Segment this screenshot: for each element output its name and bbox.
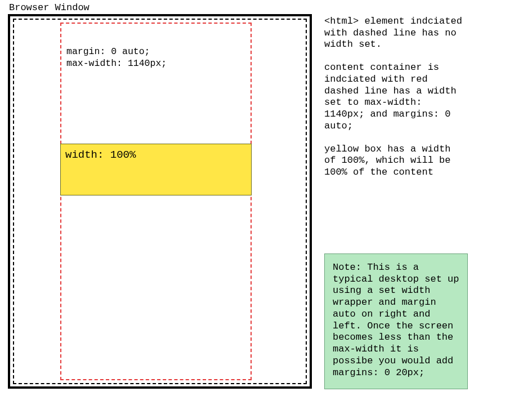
explanation-paragraph-3: yellow box has a width of 100%, which wi… [324,144,468,179]
note-text: Note: This is a typical desktop set up u… [333,262,459,379]
note-box: Note: This is a typical desktop set up u… [324,253,468,389]
content-container-dashed: margin: 0 auto; max-width: 1140px; width… [60,23,252,380]
css-line-1: margin: 0 auto; [66,46,150,57]
browser-window: margin: 0 auto; max-width: 1140px; width… [8,14,312,389]
browser-window-title: Browser Window [9,2,312,13]
explanation-paragraph-2: content container is indciated with red … [324,62,468,132]
yellow-box-label: width: 100% [65,149,247,161]
explanation-text: <html> element indciated with dashed lin… [324,16,468,190]
css-line-2: max-width: 1140px; [66,58,167,69]
diagram-area: Browser Window margin: 0 auto; max-width… [8,2,312,389]
container-css-text: margin: 0 auto; max-width: 1140px; [66,46,167,69]
yellow-box: width: 100% [60,144,252,195]
explanation-paragraph-1: <html> element indciated with dashed lin… [324,16,468,51]
